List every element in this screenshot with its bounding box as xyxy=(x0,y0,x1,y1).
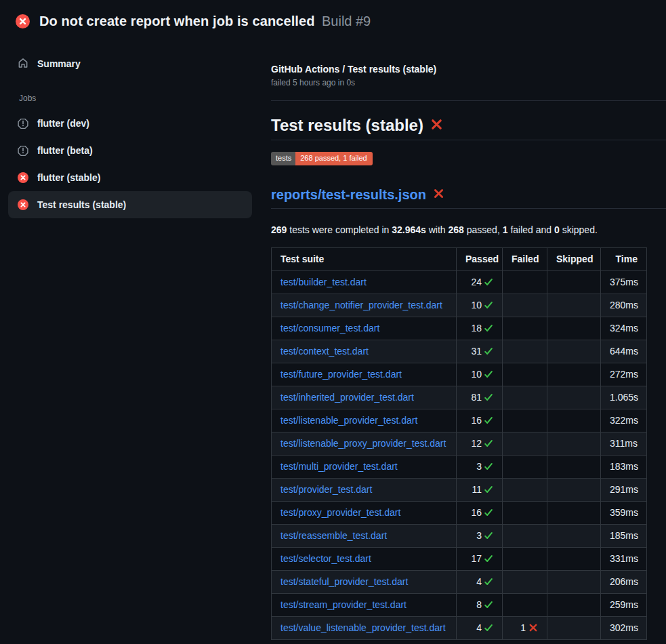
cell-test-suite: test/stream_provider_test.dart xyxy=(272,594,457,617)
cell-failed xyxy=(503,317,547,340)
sidebar-item-summary[interactable]: Summary xyxy=(8,52,252,76)
test-suite-link[interactable]: test/multi_provider_test.dart xyxy=(280,461,398,472)
cell-passed: 11 xyxy=(457,479,503,502)
test-results-table: Test suite Passed Failed Skipped Time te… xyxy=(271,247,647,640)
cell-failed xyxy=(503,502,547,525)
table-row: test/context_test.dart31 644ms xyxy=(272,340,647,363)
table-row: test/consumer_test.dart18 324ms xyxy=(272,317,647,340)
cell-passed: 3 xyxy=(457,525,503,548)
cross-mark-icon xyxy=(430,116,443,135)
cell-test-suite: test/reassemble_test.dart xyxy=(272,525,457,548)
table-row: test/listenable_proxy_provider_test.dart… xyxy=(272,432,647,456)
test-suite-link[interactable]: test/stream_provider_test.dart xyxy=(280,599,407,610)
cell-failed xyxy=(503,479,547,502)
summary-failed: 1 xyxy=(503,224,508,235)
cell-skipped xyxy=(547,340,601,363)
cell-passed: 17 xyxy=(457,548,503,571)
cell-skipped xyxy=(547,271,601,294)
test-suite-link[interactable]: test/context_test.dart xyxy=(280,346,369,357)
cell-passed: 12 xyxy=(457,432,503,456)
cell-failed xyxy=(503,409,547,432)
test-suite-link[interactable]: test/selector_test.dart xyxy=(280,553,371,564)
cell-time: 185ms xyxy=(601,525,647,548)
check-mark-icon xyxy=(484,346,493,356)
table-row: test/stream_provider_test.dart8 259ms xyxy=(272,594,647,617)
check-mark-icon xyxy=(484,600,493,609)
job-sidebar: Summary Jobs flutter (dev) flutter (beta… xyxy=(0,41,260,218)
cell-failed xyxy=(503,571,547,594)
sidebar-job-item[interactable]: flutter (beta) xyxy=(8,137,252,164)
stop-icon xyxy=(18,145,28,156)
cross-mark-icon xyxy=(433,186,444,203)
cell-time: 311ms xyxy=(601,432,647,456)
cell-test-suite: test/builder_test.dart xyxy=(272,271,457,294)
sidebar-job-label: flutter (dev) xyxy=(37,118,89,129)
cell-test-suite: test/listenable_proxy_provider_test.dart xyxy=(272,432,457,456)
test-suite-link[interactable]: test/stateful_provider_test.dart xyxy=(280,576,408,587)
cell-passed: 10 xyxy=(457,294,503,317)
cell-time: 644ms xyxy=(601,340,647,363)
section-title-text: Test results (stable) xyxy=(271,116,423,135)
test-suite-link[interactable]: test/proxy_provider_test.dart xyxy=(280,507,400,518)
check-mark-icon xyxy=(484,323,493,333)
cell-test-suite: test/change_notifier_provider_test.dart xyxy=(272,294,457,317)
cell-failed xyxy=(503,525,547,548)
cell-passed: 81 xyxy=(457,386,503,409)
test-suite-link[interactable]: test/inherited_provider_test.dart xyxy=(280,392,414,403)
report-title: reports/test-results.json xyxy=(271,186,666,209)
sidebar-job-item[interactable]: Test results (stable) xyxy=(8,191,252,218)
col-header-test-suite: Test suite xyxy=(272,248,457,271)
test-suite-link[interactable]: test/value_listenable_provider_test.dart xyxy=(280,622,446,633)
cell-failed xyxy=(503,294,547,317)
cell-passed: 4 xyxy=(457,571,503,594)
sidebar-job-item[interactable]: flutter (stable) xyxy=(8,164,252,191)
check-mark-icon xyxy=(484,277,493,287)
sidebar-item-label: Summary xyxy=(37,58,81,69)
cell-time: 331ms xyxy=(601,548,647,571)
cell-test-suite: test/inherited_provider_test.dart xyxy=(272,386,457,409)
cell-passed: 16 xyxy=(457,409,503,432)
cell-time: 183ms xyxy=(601,456,647,479)
check-mark-icon xyxy=(484,300,493,310)
cell-failed xyxy=(503,271,547,294)
x-circle-fill-icon xyxy=(18,172,28,183)
col-header-failed: Failed xyxy=(503,248,547,271)
table-row: test/proxy_provider_test.dart16 359ms xyxy=(272,502,647,525)
cell-test-suite: test/future_provider_test.dart xyxy=(272,363,457,386)
cell-skipped xyxy=(547,294,601,317)
table-row: test/value_listenable_provider_test.dart… xyxy=(272,617,647,640)
table-row: test/provider_test.dart11 291ms xyxy=(272,479,647,502)
cell-test-suite: test/consumer_test.dart xyxy=(272,317,457,340)
cell-failed xyxy=(503,340,547,363)
test-suite-link[interactable]: test/future_provider_test.dart xyxy=(280,369,402,380)
cell-skipped xyxy=(547,617,601,640)
cell-failed xyxy=(503,594,547,617)
test-suite-link[interactable]: test/listenable_proxy_provider_test.dart xyxy=(280,438,446,449)
check-mark-icon xyxy=(484,531,493,540)
summary-total: 269 xyxy=(271,224,287,235)
table-row: test/future_provider_test.dart10 272ms xyxy=(272,363,647,386)
test-suite-link[interactable]: test/provider_test.dart xyxy=(280,484,372,495)
check-mark-icon xyxy=(484,577,493,586)
cell-test-suite: test/stateful_provider_test.dart xyxy=(272,571,457,594)
test-suite-link[interactable]: test/change_notifier_provider_test.dart xyxy=(280,300,442,310)
main-panel: GitHub Actions / Test results (stable) f… xyxy=(271,0,666,640)
cell-passed: 31 xyxy=(457,340,503,363)
col-header-time: Time xyxy=(601,248,647,271)
cell-passed: 18 xyxy=(457,317,503,340)
badge-value: 268 passed, 1 failed xyxy=(295,152,372,165)
test-suite-link[interactable]: test/listenable_provider_test.dart xyxy=(280,415,417,426)
cell-skipped xyxy=(547,317,601,340)
cell-skipped xyxy=(547,456,601,479)
cell-passed: 10 xyxy=(457,363,503,386)
report-link[interactable]: reports/test-results.json xyxy=(271,186,426,203)
test-suite-link[interactable]: test/reassemble_test.dart xyxy=(280,530,387,541)
test-suite-link[interactable]: test/consumer_test.dart xyxy=(280,323,379,334)
sidebar-job-label: Test results (stable) xyxy=(37,199,126,210)
sidebar-job-item[interactable]: flutter (dev) xyxy=(8,110,252,137)
cell-passed: 3 xyxy=(457,456,503,479)
cell-test-suite: test/value_listenable_provider_test.dart xyxy=(272,617,457,640)
test-suite-link[interactable]: test/builder_test.dart xyxy=(280,277,367,287)
cell-time: 272ms xyxy=(601,363,647,386)
cell-failed: 1 xyxy=(503,617,547,640)
